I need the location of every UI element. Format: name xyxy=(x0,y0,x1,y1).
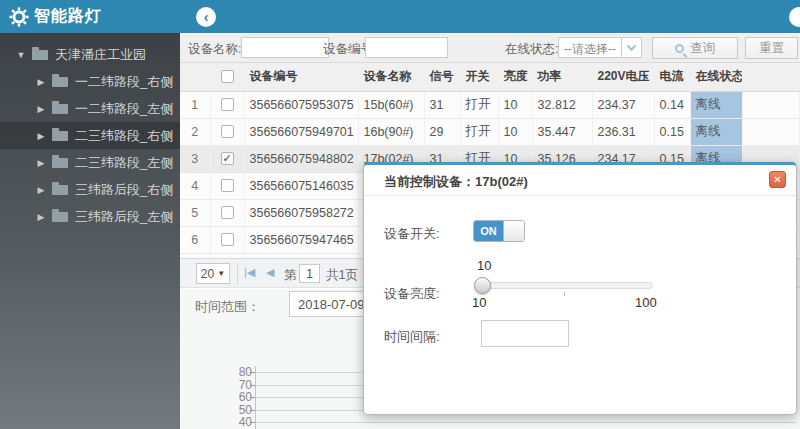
sidebar-item-label: 二三纬路段_右侧 xyxy=(75,127,173,145)
device-switch-toggle[interactable]: ON xyxy=(473,220,525,242)
collapse-sidebar-button[interactable]: ‹ xyxy=(196,7,216,27)
signal-cell: 31 xyxy=(424,91,460,118)
axis-tick xyxy=(250,372,255,373)
brightness-cell: 10 xyxy=(498,91,532,118)
axis-tick xyxy=(250,385,255,386)
caret-right-icon[interactable]: ▶ xyxy=(36,131,46,141)
column-header: 功率 xyxy=(532,63,592,91)
brightness-cell: 10 xyxy=(498,118,532,145)
device-no-input[interactable] xyxy=(365,37,448,58)
current-cell: 0.14 xyxy=(654,91,690,118)
close-icon[interactable]: ✕ xyxy=(769,171,786,188)
row-number-cell: 1 xyxy=(180,91,210,118)
sidebar: ▼ 天津潘庄工业园 ▶一二纬路段_右侧▶一二纬路段_左侧▶二三纬路段_右侧▶二三… xyxy=(0,33,180,429)
chart-y-axis xyxy=(255,366,256,429)
device-id-cell: 356566075948802 xyxy=(244,145,358,172)
total-pages-label: 共1页 xyxy=(326,267,358,284)
device-name-cell: 16b(90#) xyxy=(358,118,424,145)
column-header: 设备编号 xyxy=(244,63,358,91)
row-checkbox[interactable] xyxy=(221,179,234,192)
caret-right-icon[interactable]: ▶ xyxy=(36,77,46,87)
device-id-cell: 356566075958272 xyxy=(244,199,358,226)
interval-input[interactable] xyxy=(481,320,569,347)
caret-right-icon[interactable]: ▶ xyxy=(36,158,46,168)
y-tick-label: 40 xyxy=(224,415,252,429)
y-tick-label: 60 xyxy=(224,390,252,404)
row-checkbox[interactable] xyxy=(221,206,234,219)
device-name-label: 设备名称: xyxy=(188,41,241,58)
signal-cell: 29 xyxy=(424,118,460,145)
brightness-label: 设备亮度: xyxy=(384,285,440,303)
row-number-cell: 4 xyxy=(180,172,210,199)
row-checkbox[interactable] xyxy=(221,233,234,246)
page-prefix-label: 第 xyxy=(284,267,297,284)
axis-tick xyxy=(250,422,255,423)
table-row[interactable]: 135656607595307515b(60#)31打开1032.812234.… xyxy=(180,91,800,118)
select-all-checkbox[interactable] xyxy=(221,70,234,83)
first-page-icon[interactable]: |◀ xyxy=(244,267,255,278)
interval-label: 时间间隔: xyxy=(384,328,440,346)
row-number-cell: 2 xyxy=(180,118,210,145)
sidebar-root-label: 天津潘庄工业园 xyxy=(55,46,146,64)
app-window: 智能路灯 ‹ ▼ 天津潘庄工业园 ▶一二纬路段_右侧▶一二纬路段_左侧▶二三纬路… xyxy=(0,0,800,429)
page-size-select[interactable]: 20 ▼ xyxy=(196,263,230,284)
page-number-input[interactable] xyxy=(299,264,320,283)
power-cell: 35.447 xyxy=(532,118,592,145)
axis-tick xyxy=(250,410,255,411)
folder-icon xyxy=(52,158,68,168)
sidebar-item-label: 一二纬路段_左侧 xyxy=(75,100,173,118)
sidebar-item[interactable]: ▶三纬路后段_左侧 xyxy=(0,203,180,230)
query-button-label: 查询 xyxy=(690,40,715,57)
sidebar-item[interactable]: ▶二三纬路段_右侧 xyxy=(0,122,180,149)
slider-mid-tick xyxy=(564,292,565,296)
brightness-slider-track[interactable] xyxy=(476,282,653,289)
row-checkbox[interactable] xyxy=(221,98,234,111)
sidebar-item-label: 二三纬路段_左侧 xyxy=(75,154,173,172)
caret-down-icon[interactable]: ▼ xyxy=(16,50,26,60)
current-cell: 0.15 xyxy=(654,118,690,145)
grid-line xyxy=(256,422,796,423)
sidebar-root-node[interactable]: ▼ 天津潘庄工业园 xyxy=(0,41,180,68)
device-control-dialog: 当前控制设备：17b(02#) ✕ 设备开关: ON 10 设备亮度: 10 1… xyxy=(363,162,797,415)
brightness-slider-handle[interactable] xyxy=(474,277,491,294)
slider-min-label: 10 xyxy=(472,295,486,310)
folder-icon xyxy=(52,104,68,114)
column-header: 开关 xyxy=(460,63,498,91)
time-range-label: 时间范围： xyxy=(195,298,260,316)
table-row[interactable]: 235656607594970116b(90#)29打开1035.447236.… xyxy=(180,118,800,145)
sidebar-item[interactable]: ▶一二纬路段_左侧 xyxy=(0,95,180,122)
caret-right-icon[interactable]: ▶ xyxy=(36,185,46,195)
checkbox-cell xyxy=(210,199,244,226)
caret-right-icon[interactable]: ▶ xyxy=(36,212,46,222)
column-header: 在线状态 xyxy=(690,63,742,91)
checkbox-cell xyxy=(210,226,244,253)
sidebar-item[interactable]: ▶三纬路后段_右侧 xyxy=(0,176,180,203)
axis-tick xyxy=(250,397,255,398)
switch-cell: 打开 xyxy=(460,91,498,118)
row-number-header xyxy=(180,63,210,91)
row-number-cell: 6 xyxy=(180,226,210,253)
device-id-cell: 356566075949701 xyxy=(244,118,358,145)
column-header: 电流 xyxy=(654,63,690,91)
prev-page-icon[interactable]: ◀ xyxy=(266,267,274,278)
dialog-header: 当前控制设备：17b(02#) ✕ xyxy=(364,165,796,196)
sidebar-item[interactable]: ▶一二纬路段_右侧 xyxy=(0,68,180,95)
online-status-select[interactable]: --请选择-- xyxy=(558,37,642,58)
caret-right-icon[interactable]: ▶ xyxy=(36,104,46,114)
device-id-cell: 356566075953075 xyxy=(244,91,358,118)
filler-cell xyxy=(742,91,800,118)
row-checkbox[interactable] xyxy=(221,125,234,138)
y-tick-label: 50 xyxy=(224,403,252,417)
y-tick-label: 80 xyxy=(224,365,252,379)
reset-button-label: 重置 xyxy=(759,40,784,57)
row-checkbox[interactable] xyxy=(221,152,234,165)
online-status-cell: 离线 xyxy=(690,118,742,145)
brightness-current-value: 10 xyxy=(477,258,491,273)
folder-icon xyxy=(32,50,48,60)
sidebar-item[interactable]: ▶二三纬路段_左侧 xyxy=(0,149,180,176)
reset-button[interactable]: 重置 xyxy=(745,37,798,59)
nav-circle-button[interactable] xyxy=(789,7,800,27)
device-name-input[interactable] xyxy=(241,37,329,58)
row-number-cell: 5 xyxy=(180,199,210,226)
query-button[interactable]: 查询 xyxy=(652,37,738,59)
